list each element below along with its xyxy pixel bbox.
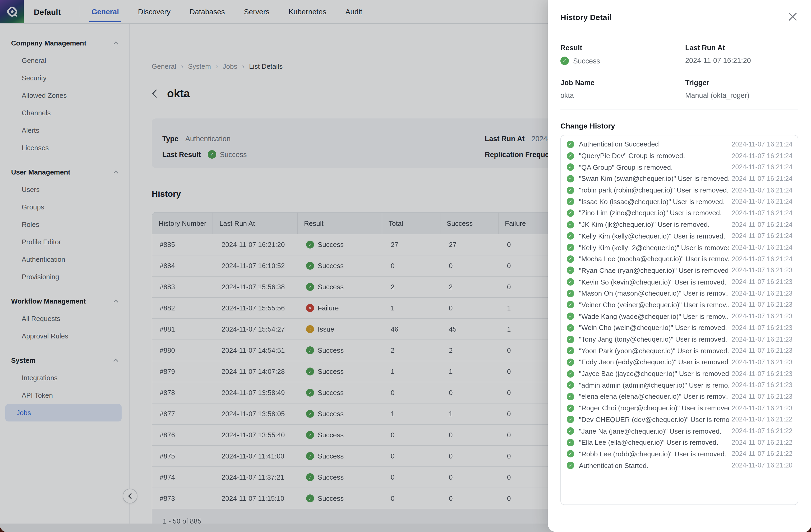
change-history-item: ✓"Veiner Cho (veiner@chequer.io)" User i… [567,299,793,310]
change-history-text: "Wade Kang (wade@chequer.io)" User is re… [579,312,729,320]
change-history-text: "Kevin So (kevin@chequer.io)" User is re… [579,278,729,286]
change-history-item: ✓"Kelly Kim (kelly+2@chequer.io)" User i… [567,242,793,253]
check-circle-icon: ✓ [567,141,574,148]
change-history-timestamp: 2024-11-07 16:21:23 [729,301,793,308]
check-circle-icon: ✓ [567,450,574,458]
check-circle-icon: ✓ [567,163,574,171]
change-history-text: "Veiner Cho (veiner@chequer.io)" User is… [579,301,729,309]
change-history-item: ✓Authentication Succeeded2024-11-07 16:2… [567,139,793,150]
change-history-text: "Mocha Lee (mocha@chequer.io)" User is r… [579,255,729,263]
change-history-text: "Jayce Bae (jayce@chequer.io)" User is r… [579,370,729,378]
change-history-timestamp: 2024-11-07 16:21:23 [729,290,793,297]
change-history-timestamp: 2024-11-07 16:21:23 [729,347,793,354]
change-history-text: "Roger Choi (roger@chequer.io)" User is … [579,404,729,412]
change-history-text: "Tony Jang (tony@cheuqer.io)" User is re… [579,335,729,343]
change-history-text: Authentication Started. [579,461,729,469]
check-circle-icon: ✓ [567,370,574,377]
screen: Default GeneralDiscoveryDatabasesServers… [0,0,811,532]
field-value: 2024-11-07 16:21:20 [685,57,798,64]
change-history-item: ✓"Wein Cho (wein@chequer.io)" User is re… [567,322,793,333]
change-history-text: "Robb Lee (robb@chequer.io)" User is rem… [579,450,729,458]
close-button[interactable] [787,11,798,22]
change-history-timestamp: 2024-11-07 16:21:24 [729,198,793,206]
check-circle-icon: ✓ [567,382,574,389]
change-history-timestamp: 2024-11-07 16:21:22 [729,439,793,446]
change-history-item: ✓"admin admin (admin@chequer.io)" User i… [567,379,793,391]
check-circle-icon: ✓ [567,244,574,251]
change-history-text: "QA Group" Group is removed. [579,163,729,171]
change-history-item: ✓"JK Kim (jk@chequer.io)" User is remove… [567,219,793,230]
change-history-timestamp: 2024-11-07 16:21:24 [729,209,793,217]
app-window: Default GeneralDiscoveryDatabasesServers… [0,0,811,532]
change-history-text: "Mason Oh (mason@chequer.io)" User is re… [579,290,729,298]
check-circle-icon: ✓ [567,255,574,262]
change-history-item: ✓"Dev CHEQUER (dev@chequer.io)" User is … [567,414,793,425]
change-history-item: ✓"robin park (robin@chequer.io)" User is… [567,185,793,196]
field-value-text: Success [573,57,600,65]
change-history-item: ✓"Issac Ko (issac@chequer.io)" User is r… [567,196,793,207]
change-history-item: ✓"Wade Kang (wade@chequer.io)" User is r… [567,311,793,322]
change-history-timestamp: 2024-11-07 16:21:20 [729,462,793,469]
change-history-text: "admin admin (admin@chequer.io)" User is… [579,381,729,389]
check-circle-icon: ✓ [567,404,574,412]
change-history-item: ✓"Jane Na (jane@chequer.io)" User is rem… [567,425,793,437]
check-circle-icon: ✓ [567,336,574,343]
change-history-item: ✓"Kelly Kim (kelly@chequer.io)" User is … [567,230,793,242]
change-history-text: "robin park (robin@chequer.io)" User is … [579,186,729,194]
change-history-timestamp: 2024-11-07 16:21:23 [729,336,793,343]
change-history-timestamp: 2024-11-07 16:21:23 [729,313,793,320]
check-circle-icon: ✓ [567,221,574,228]
change-history-timestamp: 2024-11-07 16:21:23 [729,278,793,286]
close-icon [788,12,797,21]
change-history-text: "Dev CHEQUER (dev@chequer.io)" User is r… [579,416,729,424]
change-history-timestamp: 2024-11-07 16:21:23 [729,324,793,332]
check-circle-icon: ✓ [567,427,574,435]
change-history-item: ✓Authentication Started.2024-11-07 16:21… [567,460,793,471]
field-value: Manual (okta_roger) [685,91,798,100]
change-history-text: "Kelly Kim (kelly+2@chequer.io)" User is… [579,244,729,252]
field-value: ✓Success [561,57,685,65]
check-circle-icon: ✓ [567,416,574,423]
change-history-text: "Yoon Park (yoon@chequer.io)" User is re… [579,347,729,354]
change-history-timestamp: 2024-11-07 16:21:23 [729,359,793,366]
check-circle-icon: ✓ [567,278,574,286]
change-history-timestamp: 2024-11-07 16:21:23 [729,404,793,412]
change-history-timestamp: 2024-11-07 16:21:24 [729,186,793,194]
change-history-text: Authentication Succeeded [579,140,729,148]
check-circle-icon: ✓ [567,186,574,194]
change-history-timestamp: 2024-11-07 16:21:24 [729,175,793,182]
change-history-text: "elena elena (elena@chequer.io)" User is… [579,393,729,400]
check-circle-icon: ✓ [567,359,574,366]
check-circle-icon: ✓ [567,439,574,446]
change-history-item: ✓"Eddy Jeon (eddy@chequer.io)" User is r… [567,356,793,368]
change-history-item: ✓"Kevin So (kevin@chequer.io)" User is r… [567,276,793,288]
check-circle-icon: ✓ [561,57,569,65]
change-history-text: "Kelly Kim (kelly@chequer.io)" User is r… [579,232,729,240]
drawer-title: History Detail [561,13,798,22]
change-history-timestamp: 2024-11-07 16:21:22 [729,427,793,435]
change-history-timestamp: 2024-11-07 16:21:24 [729,232,793,240]
change-history-text: "Issac Ko (issac@chequer.io)" User is re… [579,198,729,206]
change-history-timestamp: 2024-11-07 16:21:23 [729,267,793,274]
history-detail-drawer: History Detail Result✓SuccessLast Run At… [548,0,811,532]
check-circle-icon: ✓ [567,198,574,206]
change-history-timestamp: 2024-11-07 16:21:24 [729,255,793,262]
field-label: Last Run At [685,44,798,52]
change-history-text: "Jane Na (jane@chequer.io)" User is remo… [579,427,729,435]
change-history-item: ✓"Robb Lee (robb@chequer.io)" User is re… [567,448,793,459]
field-value-text: 2024-11-07 16:21:20 [685,57,751,64]
drawer-fields: Result✓SuccessLast Run At2024-11-07 16:2… [561,44,798,100]
change-history-item: ✓"Mocha Lee (mocha@chequer.io)" User is … [567,253,793,265]
change-history-text: "Ryan Chae (ryan@chequer.io)" User is re… [579,267,729,274]
check-circle-icon: ✓ [567,267,574,274]
change-history-text: "Eddy Jeon (eddy@chequer.io)" User is re… [579,358,729,366]
change-history-timestamp: 2024-11-07 16:21:23 [729,370,793,377]
change-history-timestamp: 2024-11-07 16:21:24 [729,244,793,251]
check-circle-icon: ✓ [567,152,574,159]
check-circle-icon: ✓ [567,313,574,320]
drawer-divider [561,109,798,109]
check-circle-icon: ✓ [567,290,574,297]
change-history-text: "Zino Lim (zino@chequer.io)" User is rem… [579,209,729,217]
check-circle-icon: ✓ [567,324,574,332]
change-history-item: ✓"Swan Kim (swan@chequer.io)" User is re… [567,173,793,184]
